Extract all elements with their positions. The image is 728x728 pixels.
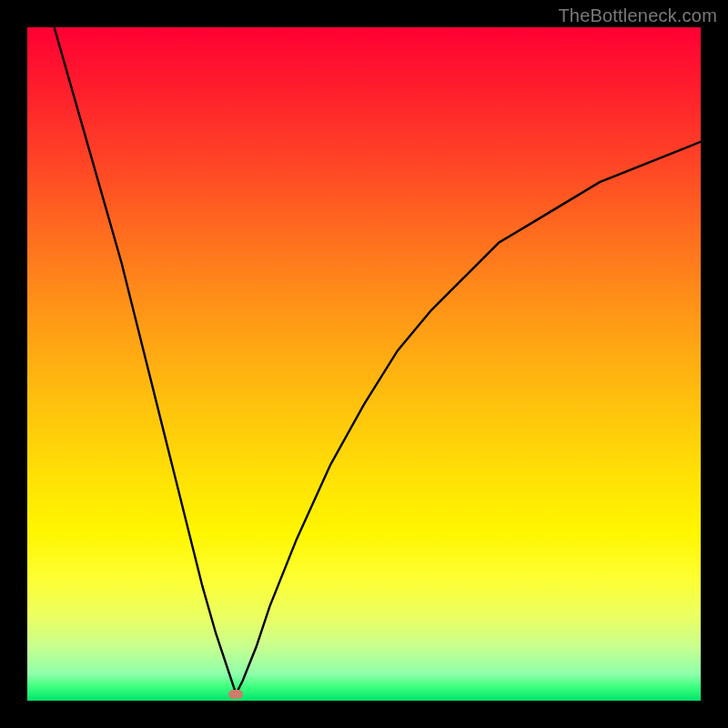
chart-stage: TheBottleneck.com [0, 0, 728, 728]
watermark-text: TheBottleneck.com [558, 5, 717, 26]
chart-optimum-marker [228, 690, 243, 699]
chart-plot-area [27, 27, 701, 701]
chart-curve-svg [27, 27, 701, 701]
chart-curve-path [55, 27, 701, 694]
